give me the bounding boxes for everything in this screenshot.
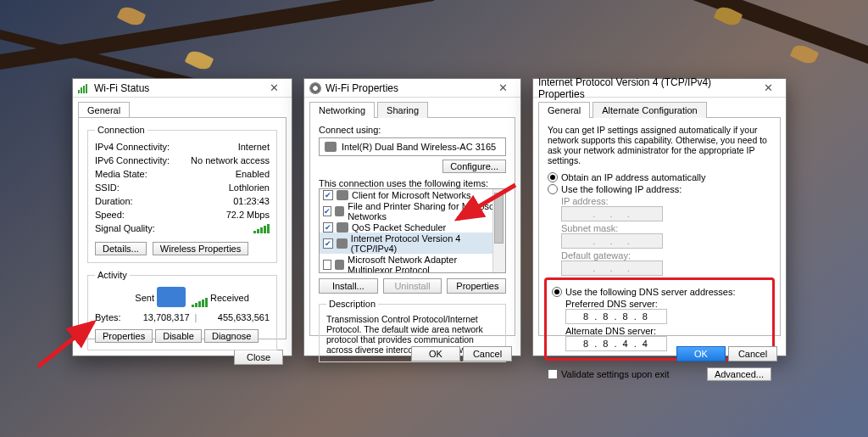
- close-icon[interactable]: ✕: [754, 79, 782, 98]
- validate-label: Validate settings upon exit: [561, 369, 670, 379]
- tab-general[interactable]: General: [538, 102, 590, 118]
- intro-text: You can get IP settings assigned automat…: [548, 125, 771, 165]
- tab-networking[interactable]: Networking: [309, 102, 375, 118]
- signal-label: Signal Quality:: [95, 223, 155, 235]
- checkbox[interactable]: [323, 238, 333, 249]
- list-item-label: Internet Protocol Version 4 (TCP/IPv4): [351, 233, 502, 254]
- checkbox[interactable]: [323, 222, 333, 233]
- wifi-icon: [78, 83, 90, 93]
- network-monitors-icon: [157, 287, 186, 307]
- connection-legend: Connection: [95, 125, 147, 135]
- protocol-icon: [335, 260, 344, 270]
- titlebar[interactable]: Internet Protocol Version 4 (TCP/IPv4) P…: [533, 79, 786, 98]
- checkbox[interactable]: [323, 190, 333, 200]
- ssid-label: SSID:: [95, 182, 120, 193]
- bytes-recv-value: 455,633,561: [202, 312, 270, 322]
- bytes-sent-value: 13,708,317: [122, 312, 190, 322]
- background-branch: [0, 0, 439, 75]
- wireless-properties-button[interactable]: Wireless Properties: [153, 242, 248, 255]
- radio-ip-manual[interactable]: [548, 184, 558, 194]
- signal-bars-icon: [192, 297, 208, 307]
- cancel-button[interactable]: Cancel: [463, 346, 512, 361]
- list-item-label: QoS Packet Scheduler: [352, 222, 446, 233]
- tab-sharing[interactable]: Sharing: [377, 102, 428, 118]
- ok-button[interactable]: OK: [411, 346, 460, 361]
- protocol-icon: [337, 238, 348, 249]
- cancel-button[interactable]: Cancel: [728, 346, 777, 361]
- wifi-status-dialog: Wi-Fi Status ✕ General Connection IPv4 C…: [72, 78, 292, 356]
- validate-checkbox[interactable]: [548, 369, 558, 379]
- adapter-field: Intel(R) Dual Band Wireless-AC 3165: [319, 137, 506, 156]
- titlebar[interactable]: Wi-Fi Status ✕: [73, 79, 292, 98]
- speed-value: 72.2 Mbps: [226, 210, 270, 220]
- install-button[interactable]: Install...: [319, 278, 378, 294]
- adapter-name: Intel(R) Dual Band Wireless-AC 3165: [342, 142, 496, 152]
- adapter-icon: [325, 142, 337, 152]
- ipv6-value: No network access: [191, 155, 270, 165]
- preferred-dns-field[interactable]: 8 . 8 . 8 . 8: [565, 309, 667, 324]
- items-label: This connection uses the following items…: [319, 178, 506, 188]
- ipv4-value: Internet: [238, 142, 270, 152]
- protocol-icon: [335, 206, 344, 216]
- close-button[interactable]: Close: [234, 350, 283, 365]
- connect-using-label: Connect using:: [319, 125, 506, 135]
- properties-button[interactable]: Properties: [95, 329, 153, 343]
- scrollbar-thumb[interactable]: [494, 193, 504, 244]
- alternate-dns-field[interactable]: 8 . 8 . 4 . 4: [565, 336, 667, 351]
- close-icon[interactable]: ✕: [488, 79, 517, 98]
- checkbox[interactable]: [323, 260, 331, 270]
- subnet-mask-field: . . .: [561, 233, 663, 249]
- scrollbar[interactable]: [492, 189, 505, 272]
- titlebar[interactable]: Wi-Fi Properties ✕: [304, 79, 520, 98]
- bytes-label: Bytes:: [95, 312, 121, 322]
- ip-address-field: . . .: [561, 206, 663, 221]
- tab-alternate[interactable]: Alternate Configuration: [593, 102, 707, 118]
- properties-button[interactable]: Properties: [447, 278, 506, 294]
- tab-general[interactable]: General: [78, 102, 130, 118]
- gateway-field: . . .: [561, 261, 663, 276]
- activity-group: Activity Sent Received Bytes: 13,708,317…: [87, 270, 277, 350]
- list-item[interactable]: Internet Protocol Version 4 (TCP/IPv4): [320, 233, 505, 254]
- ok-button[interactable]: OK: [676, 346, 726, 361]
- radio-ip-auto[interactable]: [548, 172, 558, 182]
- disable-button[interactable]: Disable: [155, 329, 202, 343]
- list-item[interactable]: Client for Microsoft Networks: [320, 189, 505, 200]
- list-item-label: File and Printer Sharing for Microsoft N…: [348, 201, 502, 221]
- duration-value: 01:23:43: [233, 196, 270, 206]
- window-title: Wi-Fi Properties: [326, 82, 488, 94]
- dns-manual-label: Use the following DNS server addresses:: [565, 287, 736, 297]
- tabstrip: General: [73, 98, 292, 117]
- window-title: Internet Protocol Version 4 (TCP/IPv4) P…: [538, 76, 754, 100]
- configure-button[interactable]: Configure...: [442, 160, 506, 173]
- media-label: Media State:: [95, 169, 147, 179]
- protocol-icon: [337, 190, 348, 200]
- list-item[interactable]: Microsoft Network Adapter Multiplexor Pr…: [320, 254, 505, 273]
- uninstall-button[interactable]: Uninstall: [383, 278, 442, 294]
- advanced-button[interactable]: Advanced...: [707, 367, 771, 381]
- ip-manual-label: Use the following IP address:: [561, 184, 682, 194]
- diagnose-button[interactable]: Diagnose: [204, 329, 259, 343]
- ipv4-properties-dialog: Internet Protocol Version 4 (TCP/IPv4) P…: [532, 78, 787, 356]
- ssid-value: Lothlorien: [229, 182, 270, 193]
- list-item[interactable]: QoS Packet Scheduler: [320, 221, 505, 233]
- speed-label: Speed:: [95, 210, 125, 220]
- window-title: Wi-Fi Status: [94, 82, 259, 94]
- list-item[interactable]: File and Printer Sharing for Microsoft N…: [320, 200, 505, 221]
- checkbox[interactable]: [323, 206, 331, 216]
- list-item-label: Microsoft Network Adapter Multiplexor Pr…: [348, 255, 502, 273]
- protocol-icon: [337, 222, 348, 233]
- list-item-label: Client for Microsoft Networks: [352, 190, 471, 200]
- gear-icon: [309, 82, 321, 94]
- details-button[interactable]: Details...: [95, 242, 147, 255]
- radio-dns-manual[interactable]: [552, 287, 562, 297]
- items-listbox[interactable]: Client for Microsoft NetworksFile and Pr…: [319, 188, 506, 273]
- subnet-mask-label: Subnet mask:: [561, 223, 688, 233]
- received-label: Received: [210, 293, 270, 303]
- background-leaf: [117, 4, 147, 29]
- alternate-dns-label: Alternate DNS server:: [565, 326, 693, 336]
- connection-group: Connection IPv4 Connectivity:Internet IP…: [87, 125, 277, 263]
- ipv6-label: IPv6 Connectivity:: [95, 155, 170, 165]
- ip-auto-label: Obtain an IP address automatically: [561, 172, 705, 182]
- ipv4-label: IPv4 Connectivity:: [95, 142, 170, 152]
- close-icon[interactable]: ✕: [259, 79, 288, 98]
